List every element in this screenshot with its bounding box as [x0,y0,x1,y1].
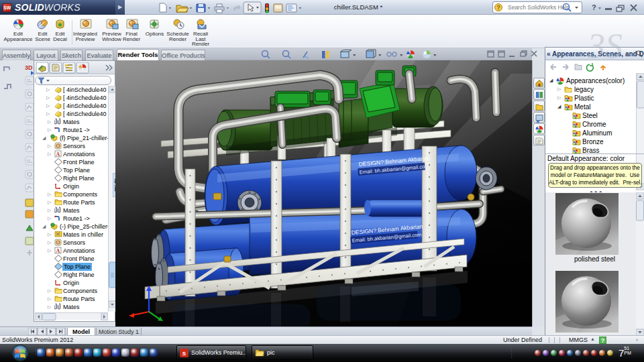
svg-text:3: 3 [587,27,605,60]
svg-text:A: A [56,248,60,254]
svg-text:?: ? [592,3,596,11]
svg-text:?: ? [496,4,500,11]
svg-text:3D: 3D [25,64,33,71]
svg-text:?: ? [601,337,605,344]
svg-text:A: A [56,152,60,158]
svg-text:S: S [182,351,186,357]
svg-text:S: S [605,27,623,60]
